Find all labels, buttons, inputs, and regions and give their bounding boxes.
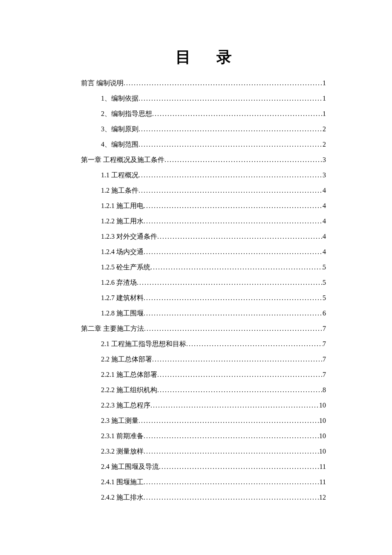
toc-entry-page: 8 <box>323 387 326 393</box>
toc-entry: 2.1 工程施工指导思想和目标 7 <box>81 341 326 347</box>
toc-leader-dots <box>138 95 323 102</box>
toc-leader-dots <box>144 249 323 255</box>
toc-entry-page: 11 <box>320 463 326 470</box>
toc-entry: 前言 编制说明1 <box>81 80 326 87</box>
toc-leader-dots <box>144 295 323 301</box>
toc-leader-dots <box>164 156 323 163</box>
toc-entry-page: 4 <box>323 202 326 209</box>
toc-leader-dots <box>144 448 319 455</box>
toc-entry-label: 1.2.5 砼生产系统 <box>101 264 150 271</box>
toc-entry-label: 3、编制原则 <box>101 126 138 133</box>
toc-leader-dots <box>144 310 323 317</box>
toc-entry-label: 4、编制范围 <box>101 141 138 148</box>
toc-entry-page: 4 <box>323 218 326 225</box>
toc-entry-page: 3 <box>323 172 326 179</box>
toc-leader-dots <box>144 202 323 209</box>
toc-entry-page: 10 <box>319 402 326 409</box>
toc-leader-dots <box>138 126 323 133</box>
toc-leader-dots <box>138 417 319 424</box>
toc-entry-page: 3 <box>323 156 326 163</box>
toc-entry-label: 2.4.1 围堰施工 <box>101 479 144 486</box>
toc-entry-label: 1.2 施工条件 <box>101 187 138 194</box>
toc-entry-page: 4 <box>323 233 326 240</box>
toc-leader-dots <box>150 402 319 409</box>
toc-entry: 1.2.2 施工用水4 <box>81 218 326 225</box>
toc-entry-label: 1.2.1 施工用电 <box>101 202 144 209</box>
toc-leader-dots <box>137 279 323 286</box>
toc-entry: 1.2 施工条件4 <box>81 187 326 194</box>
toc-entry: 1.2.5 砼生产系统5 <box>81 264 326 271</box>
toc-entry-label: 2.3.1 前期准备 <box>101 433 144 439</box>
toc-entry-label: 1、编制依据 <box>101 95 138 102</box>
toc-entry: 2.4.1 围堰施工11 <box>81 479 326 486</box>
toc-entry-label: 2、编制指导思想 <box>101 110 152 117</box>
toc-entry-page: 2 <box>323 141 326 148</box>
toc-entry-label: 2.2.1 施工总体部署 <box>101 371 157 378</box>
toc-entry-page: 7 <box>323 325 326 332</box>
toc-leader-dots <box>152 356 323 363</box>
toc-entry-label: 2.4.2 施工排水 <box>101 494 144 501</box>
toc-leader-dots <box>144 325 323 332</box>
toc-entry-label: 2.3 施工测量 <box>101 417 138 424</box>
toc-entry: 2.2.1 施工总体部署7 <box>81 371 326 378</box>
toc-entry: 1.2.7 建筑材料5 <box>81 295 326 301</box>
toc-entry: 2.4 施工围堰及导流 11 <box>81 463 326 470</box>
toc-entry-label: 2.2 施工总体部署 <box>101 356 152 363</box>
page-title: 目录 <box>81 47 326 68</box>
toc-entry-page: 1 <box>323 95 326 102</box>
toc-entry: 2.4.2 施工排水12 <box>81 494 326 501</box>
toc-entry: 3、编制原则2 <box>81 126 326 133</box>
toc-entry: 1.2.8 施工围堰6 <box>81 310 326 317</box>
toc-entry-page: 11 <box>320 479 326 486</box>
toc-entry-label: 1.2.6 弃渣场 <box>101 279 137 286</box>
toc-entry-page: 2 <box>323 126 326 133</box>
toc-leader-dots <box>138 141 323 148</box>
toc-entry-page: 5 <box>323 264 326 271</box>
toc-entry: 2、编制指导思想1 <box>81 110 326 117</box>
toc-entry-label: 1.2.2 施工用水 <box>101 218 144 225</box>
toc-entry: 1、编制依据1 <box>81 95 326 102</box>
toc-leader-dots <box>124 80 323 87</box>
toc-leader-dots <box>152 110 323 117</box>
toc-entry: 2.2.2 施工组织机构8 <box>81 387 326 393</box>
toc-entry-page: 6 <box>323 310 326 317</box>
toc-entry-page: 5 <box>323 295 326 301</box>
toc-entry: 1.2.6 弃渣场5 <box>81 279 326 286</box>
toc-leader-dots <box>157 387 323 393</box>
toc-entry-label: 1.2.3 对外交通条件 <box>101 233 157 240</box>
toc-entry-label: 2.2.2 施工组织机构 <box>101 387 157 393</box>
toc-entry: 1.1 工程概况3 <box>81 172 326 179</box>
toc-leader-dots <box>159 463 320 470</box>
toc-entry-page: 12 <box>319 494 326 501</box>
toc-entry-label: 1.2.7 建筑材料 <box>101 295 144 301</box>
toc-leader-dots <box>157 371 323 378</box>
toc-entry-page: 7 <box>323 371 326 378</box>
toc-entry-page: 7 <box>323 341 326 347</box>
toc-leader-dots <box>144 218 323 225</box>
toc-entry-page: 1 <box>323 80 326 87</box>
toc-entry: 2.2.3 施工总程序10 <box>81 402 326 409</box>
toc-entry: 2.3 施工测量10 <box>81 417 326 424</box>
toc-leader-dots <box>186 341 323 347</box>
toc-entry-page: 10 <box>319 433 326 439</box>
toc-leader-dots <box>138 187 323 194</box>
toc-entry-page: 10 <box>319 417 326 424</box>
toc-entry-label: 第二章 主要施工方法 <box>81 325 144 332</box>
toc-entry: 第一章 工程概况及施工条件3 <box>81 156 326 163</box>
toc-entry: 1.2.3 对外交通条件4 <box>81 233 326 240</box>
toc-leader-dots <box>144 479 320 486</box>
toc-leader-dots <box>144 494 319 501</box>
toc-entry: 1.2.4 场内交通4 <box>81 249 326 255</box>
toc-entry-label: 1.2.8 施工围堰 <box>101 310 144 317</box>
toc-entry-page: 10 <box>319 448 326 455</box>
toc-entry-page: 5 <box>323 279 326 286</box>
toc-entry: 4、编制范围2 <box>81 141 326 148</box>
toc-entry-label: 第一章 工程概况及施工条件 <box>81 156 164 163</box>
toc-entry-label: 2.3.2 测量放样 <box>101 448 144 455</box>
toc-entry: 第二章 主要施工方法7 <box>81 325 326 332</box>
table-of-contents: 前言 编制说明11、编制依据12、编制指导思想13、编制原则24、编制范围2第一… <box>81 80 326 501</box>
toc-entry: 2.3.1 前期准备10 <box>81 433 326 439</box>
toc-entry: 2.3.2 测量放样10 <box>81 448 326 455</box>
toc-entry-page: 4 <box>323 187 326 194</box>
toc-entry-label: 1.1 工程概况 <box>101 172 138 179</box>
